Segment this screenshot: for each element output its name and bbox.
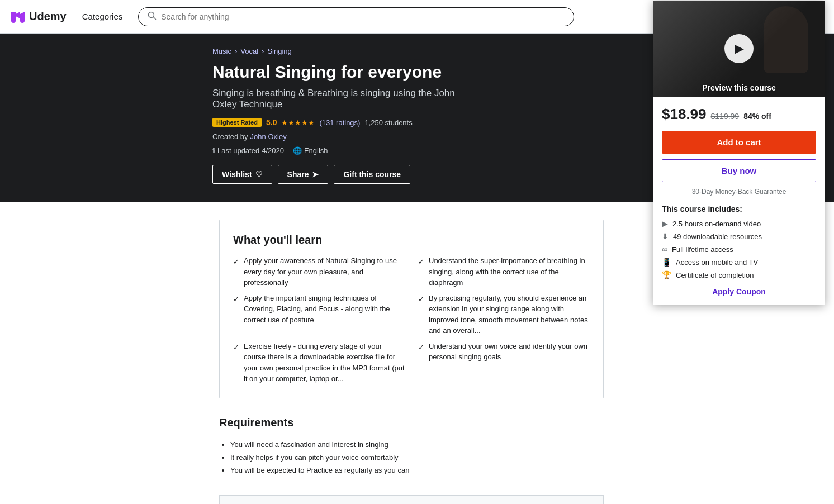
includes-mobile-text: Access on mobile and TV (676, 258, 758, 267)
price-row: $18.99 $119.99 84% off (662, 106, 816, 123)
check-icon-4: ✓ (418, 294, 424, 305)
breadcrumb-sep-1: › (235, 47, 237, 55)
certificate-icon: 🏆 (662, 270, 671, 279)
requirements-title: Requirements (219, 416, 604, 429)
rating-score: 5.0 (266, 118, 277, 127)
learn-text-2: Exercise freely - during every stage of … (244, 341, 405, 384)
main-column: What you'll learn ✓ Apply your awareness… (210, 202, 613, 504)
buy-now-button[interactable]: Buy now (662, 159, 816, 182)
preview-label: Preview this course (653, 83, 825, 92)
learn-item-5: ✓ Understand your own voice and identify… (418, 341, 590, 384)
requirements-section: Requirements You will need a fascination… (219, 416, 604, 477)
meta-row: ℹ Last updated 4/2020 🌐 English (212, 146, 470, 155)
learn-section: What you'll learn ✓ Apply your awareness… (219, 220, 604, 398)
includes-access-text: Full lifetime access (672, 245, 733, 254)
creator-row: Created by John Oxley (212, 132, 470, 141)
price-current: $18.99 (662, 106, 707, 123)
language-value: English (304, 146, 328, 155)
course-card: ▶ Preview this course $18.99 $119.99 84%… (653, 1, 825, 305)
last-updated: ℹ Last updated 4/2020 (212, 146, 284, 155)
search-input[interactable] (161, 12, 565, 21)
learn-item-2: ✓ Exercise freely - during every stage o… (233, 341, 405, 384)
check-icon-1: ✓ (233, 294, 239, 305)
infinity-icon: ∞ (662, 245, 667, 254)
logo[interactable]: Udemy (9, 8, 67, 25)
author-link[interactable]: John Oxley (250, 132, 287, 141)
includes-certificate-text: Certificate of completion (676, 271, 754, 279)
action-row: Wishlist ♡ Share ➤ Gift this course (212, 165, 470, 184)
heart-icon: ♡ (255, 170, 263, 179)
stars: ★★★★★ (281, 118, 315, 127)
globe-icon: 🌐 (293, 146, 302, 155)
money-back-guarantee: 30-Day Money-Back Guarantee (662, 188, 816, 196)
req-item-1: It really helps if you can pitch your vo… (230, 451, 604, 464)
req-item-2: You will be expected to Practice as regu… (230, 464, 604, 477)
learn-item-4: ✓ By practising regularly, you should ex… (418, 293, 590, 336)
includes-resources-text: 49 downloadable resources (673, 232, 762, 241)
share-label: Share (287, 170, 309, 179)
breadcrumb-singing[interactable]: Singing (267, 47, 291, 55)
includes-item-access: ∞ Full lifetime access (662, 245, 816, 254)
rating-count: (131 ratings) (319, 118, 360, 127)
learn-item-3: ✓ Understand the super-importance of bre… (418, 255, 590, 288)
breadcrumb: Music › Vocal › Singing (212, 47, 470, 55)
hero-wrapper: Music › Vocal › Singing Natural Singing … (0, 34, 834, 202)
last-updated-value: 4/2020 (262, 146, 284, 155)
req-item-0: You will need a fascination and interest… (230, 438, 604, 451)
course-subtitle: Singing is breathing & Breathing is sing… (212, 88, 470, 110)
includes-item-mobile: 📱 Access on mobile and TV (662, 258, 816, 267)
info-icon: ℹ (212, 146, 215, 155)
breadcrumb-music[interactable]: Music (212, 47, 231, 55)
learn-item-1: ✓ Apply the important singing techniques… (233, 293, 405, 336)
preview-thumbnail: ▶ (653, 1, 825, 97)
download-icon: ⬇ (662, 232, 669, 241)
price-original: $119.99 (711, 112, 740, 121)
students-count: 1,250 students (364, 118, 412, 127)
share-icon: ➤ (312, 170, 319, 179)
search-bar (138, 7, 574, 26)
learn-item-0: ✓ Apply your awareness of Natural Singin… (233, 255, 405, 288)
highest-rated-badge: Highest Rated (212, 118, 262, 127)
includes-item-video: ▶ 2.5 hours on-demand video (662, 219, 816, 228)
gift-button[interactable]: Gift this course (334, 165, 410, 184)
learn-section-title: What you'll learn (233, 234, 590, 246)
includes-video-text: 2.5 hours on-demand video (672, 220, 761, 228)
add-to-cart-button[interactable]: Add to cart (662, 131, 816, 154)
course-title: Natural Singing for everyone (212, 62, 470, 82)
breadcrumb-sep-2: › (262, 47, 264, 55)
apply-coupon-button[interactable]: Apply Coupon (662, 287, 816, 296)
wishlist-label: Wishlist (222, 170, 252, 179)
wishlist-button[interactable]: Wishlist ♡ (212, 165, 272, 184)
check-icon-2: ✓ (233, 342, 239, 353)
discount-pct: 84% off (743, 112, 771, 121)
includes-item-resources: ⬇ 49 downloadable resources (662, 232, 816, 241)
includes-list: ▶ 2.5 hours on-demand video ⬇ 49 downloa… (662, 219, 816, 279)
video-icon: ▶ (662, 219, 668, 228)
includes-title: This course includes: (662, 205, 816, 213)
learn-text-0: Apply your awareness of Natural Singing … (244, 255, 405, 288)
categories-button[interactable]: Categories (75, 7, 130, 26)
includes-item-certificate: 🏆 Certificate of completion (662, 270, 816, 279)
learn-text-3: Understand the super-importance of breat… (429, 255, 590, 288)
training-section: Training 5 or more people? Get your team… (219, 495, 604, 504)
created-by-label: Created by (212, 132, 248, 141)
card-body: $18.99 $119.99 84% off Add to cart Buy n… (653, 97, 825, 305)
learn-text-1: Apply the important singing techniques o… (244, 293, 405, 326)
learn-grid: ✓ Apply your awareness of Natural Singin… (233, 255, 590, 384)
last-updated-label: Last updated (217, 146, 259, 155)
svg-line-1 (154, 17, 156, 19)
play-icon: ▶ (724, 34, 754, 63)
hero-inner: Music › Vocal › Singing Natural Singing … (212, 47, 648, 184)
requirements-list: You will need a fascination and interest… (219, 438, 604, 477)
breadcrumb-vocal[interactable]: Vocal (240, 47, 258, 55)
logo-text: Udemy (29, 10, 67, 23)
share-button[interactable]: Share ➤ (278, 165, 329, 184)
check-icon-3: ✓ (418, 256, 424, 268)
learn-text-5: Understand your own voice and identify y… (429, 341, 590, 363)
rating-row: Highest Rated 5.0 ★★★★★ (131 ratings) 1,… (212, 118, 470, 127)
preview-button[interactable]: ▶ Preview this course (653, 1, 825, 97)
check-icon-5: ✓ (418, 342, 424, 353)
mobile-icon: 📱 (662, 258, 671, 267)
learn-text-4: By practising regularly, you should expe… (429, 293, 590, 336)
search-icon (148, 11, 157, 22)
